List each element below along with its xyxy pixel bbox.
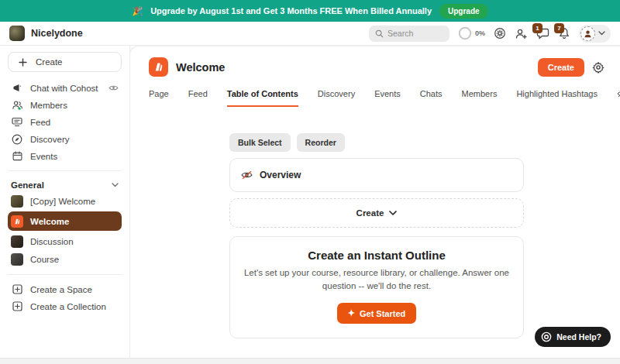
instant-outline-card: Create an Instant Outline Let's set up y… [229, 236, 524, 338]
upgrade-button[interactable]: Upgrade [439, 4, 488, 19]
sidebar-item-label: Create a Space [30, 285, 92, 294]
top-header: Nicelydone 0% 1 7 [0, 22, 620, 46]
sidebar-item-label: Chat with Cohost [30, 84, 98, 93]
upgrade-banner: 🎉 Upgrade by August 1st and Get 3 Months… [0, 0, 620, 22]
tab-discovery[interactable]: Discovery [318, 89, 355, 107]
plus-square-icon [11, 284, 23, 294]
bulk-select-button[interactable]: Bulk Select [229, 133, 291, 152]
feed-icon [11, 117, 23, 127]
community-name[interactable]: Nicelydone [31, 28, 83, 39]
space-settings-gear-icon[interactable] [592, 61, 604, 74]
chevron-down-icon [112, 183, 119, 187]
gear-icon [494, 27, 506, 39]
tab-feed[interactable]: Feed [188, 89, 208, 107]
toc-toolbar: Bulk Select Reorder [229, 133, 524, 152]
eye-icon[interactable] [108, 84, 119, 91]
tab-events[interactable]: Events [374, 89, 401, 107]
community-logo[interactable] [9, 26, 25, 41]
create-button[interactable]: Create [538, 58, 584, 77]
tab-page[interactable]: Page [149, 89, 169, 107]
sidebar-create-collection[interactable]: Create a Collection [8, 298, 122, 314]
progress-ring-icon [458, 26, 472, 40]
sidebar-space-course[interactable]: Course [8, 251, 122, 268]
sidebar-item-label: Events [30, 152, 57, 161]
space-logo-icon [11, 215, 23, 228]
tab-bar: Page Feed Table of Contents Discovery Ev… [149, 89, 604, 107]
notifications-button[interactable]: 7 [558, 27, 570, 39]
sidebar-item-label: Members [30, 101, 67, 110]
search-input[interactable] [388, 29, 442, 38]
toc-create-label: Create [356, 208, 384, 218]
sidebar-create-label: Create [36, 57, 63, 67]
get-started-button[interactable]: ✦ Get Started [337, 303, 417, 324]
onboarding-progress[interactable]: 0% [458, 26, 485, 40]
eye-off-icon [617, 90, 620, 98]
chevron-down-icon [598, 31, 605, 36]
invite-member-button[interactable] [515, 28, 528, 39]
messages-button[interactable]: 1 [536, 27, 549, 39]
sidebar: Create Chat with Cohost Members [0, 46, 130, 358]
sidebar-space-discussion[interactable]: Discussion [8, 233, 122, 250]
sidebar-item-chat-with-cohost[interactable]: Chat with Cohost [8, 80, 122, 96]
space-label: Course [30, 255, 59, 264]
user-menu[interactable] [579, 25, 611, 43]
search-box[interactable] [369, 26, 450, 42]
get-started-label: Get Started [360, 309, 405, 318]
sidebar-item-label: Feed [30, 118, 50, 127]
main-panel: Welcome Create Page Feed Table of Conten… [129, 46, 620, 358]
plus-icon [16, 58, 29, 67]
notifications-badge: 7 [554, 23, 564, 33]
space-thumbnail [11, 195, 23, 208]
space-thumbnail [11, 235, 23, 248]
cohost-megaphone-icon [11, 84, 23, 92]
section-title: General [11, 180, 44, 190]
sidebar-item-label: Discovery [30, 135, 69, 144]
plus-square-icon [11, 301, 23, 311]
search-icon [375, 29, 384, 38]
space-label: Discussion [30, 237, 74, 246]
sidebar-create-button[interactable]: Create [8, 52, 122, 72]
sparkle-icon: ✦ [348, 308, 355, 318]
party-popper-icon: 🎉 [132, 6, 143, 16]
lifebuoy-icon [541, 331, 552, 342]
calendar-icon [11, 151, 23, 161]
space-label: Welcome [30, 217, 69, 226]
sidebar-item-members[interactable]: Members [8, 97, 122, 113]
messages-badge: 1 [532, 23, 542, 33]
space-thumbnail [11, 253, 23, 266]
instant-outline-title: Create an Instant Outline [243, 249, 511, 262]
need-help-label: Need Help? [556, 332, 601, 342]
person-add-icon [515, 28, 528, 39]
sidebar-space-copy-welcome[interactable]: [Copy] Welcome [8, 193, 122, 210]
tab-table-of-contents[interactable]: Table of Contents [227, 89, 298, 107]
space-label: [Copy] Welcome [30, 197, 95, 206]
progress-percent: 0% [475, 29, 485, 37]
sidebar-section-general[interactable]: General [8, 177, 122, 193]
sidebar-space-welcome[interactable]: Welcome [8, 211, 122, 231]
settings-gear-button[interactable] [494, 27, 506, 39]
page-title: Welcome [176, 61, 225, 74]
toc-item-overview[interactable]: Overview [229, 158, 524, 192]
toc-create-dropdown[interactable]: Create [229, 198, 524, 228]
tab-chats[interactable]: Chats [420, 89, 443, 107]
need-help-button[interactable]: Need Help? [535, 327, 611, 347]
tab-event[interactable]: Event [617, 89, 620, 107]
sidebar-item-feed[interactable]: Feed [8, 114, 122, 130]
sidebar-item-discovery[interactable]: Discovery [8, 131, 122, 147]
toc-item-label: Overview [260, 170, 301, 180]
reorder-button[interactable]: Reorder [297, 133, 345, 152]
compass-icon [11, 134, 23, 145]
divider [8, 170, 122, 171]
sidebar-create-space[interactable]: Create a Space [8, 281, 122, 297]
instant-outline-description: Let's set up your course, resource libra… [243, 266, 511, 292]
tab-highlighted-hashtags[interactable]: Highlighted Hashtags [516, 89, 598, 107]
app-window: 🎉 Upgrade by August 1st and Get 3 Months… [0, 0, 620, 364]
chevron-down-icon [389, 211, 397, 216]
sidebar-item-events[interactable]: Events [8, 148, 122, 164]
sidebar-item-label: Create a Collection [30, 302, 106, 311]
eye-off-icon [241, 170, 253, 180]
window-footer-strip [0, 358, 620, 364]
avatar [580, 26, 595, 41]
members-icon [11, 100, 23, 110]
tab-members[interactable]: Members [462, 89, 498, 107]
